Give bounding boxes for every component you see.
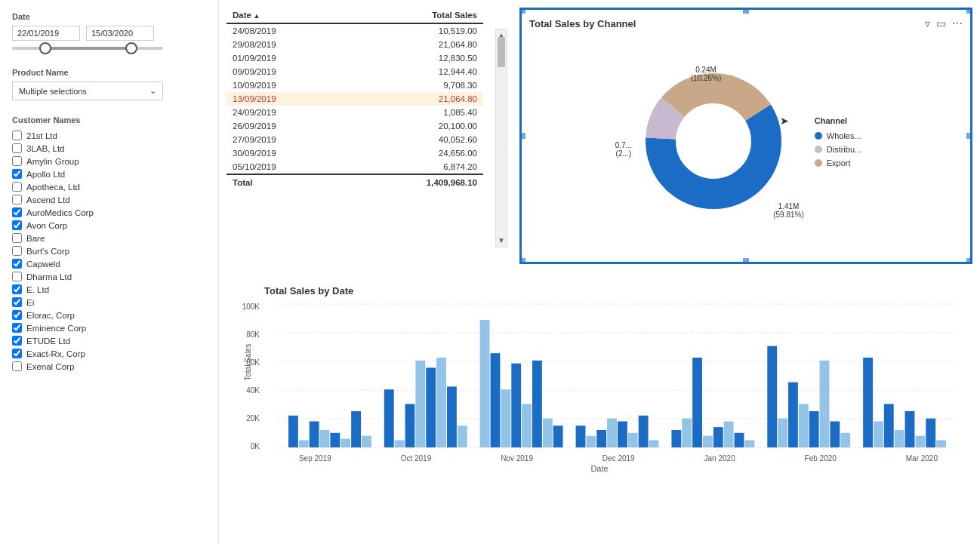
bar[interactable] [596, 430, 606, 447]
bar[interactable] [820, 361, 830, 447]
resize-handle-top-right[interactable] [966, 8, 972, 14]
customer-item[interactable]: Burt's Corp [12, 244, 203, 257]
customer-checkbox[interactable] [12, 297, 22, 307]
bar[interactable] [713, 427, 723, 447]
table-col-sales[interactable]: Total Sales [347, 8, 483, 23]
bar[interactable] [299, 440, 309, 447]
customer-item[interactable]: ETUDE Ltd [12, 334, 203, 347]
product-dropdown[interactable]: Multiple selections ⌄ [12, 81, 163, 100]
date-slider-track[interactable] [12, 47, 163, 50]
bar[interactable] [863, 358, 873, 447]
bar[interactable] [778, 419, 787, 447]
customer-item[interactable]: Elorac, Corp [12, 309, 203, 321]
customer-item[interactable]: Bare [12, 232, 203, 244]
bar[interactable] [895, 430, 904, 447]
customer-item[interactable]: Ei [12, 296, 203, 309]
table-row[interactable]: 24/08/201910,519.00 [227, 23, 483, 38]
bar[interactable] [543, 419, 553, 447]
bar[interactable] [767, 346, 777, 447]
customer-checkbox[interactable] [12, 259, 22, 269]
table-scrollbar[interactable]: ▲ ▼ [495, 29, 507, 247]
bar[interactable] [799, 404, 809, 447]
customer-item[interactable]: Amylin Group [12, 155, 203, 168]
customer-item[interactable]: Exact-Rx, Corp [12, 347, 203, 360]
bar[interactable] [809, 411, 819, 447]
bar[interactable] [491, 353, 501, 447]
slider-thumb-right[interactable] [125, 42, 137, 54]
table-col-date[interactable]: Date [227, 8, 347, 23]
bar[interactable] [639, 416, 649, 447]
table-row[interactable]: 29/08/201921,064.80 [227, 38, 483, 51]
table-row[interactable]: 01/09/201912,830.50 [227, 51, 483, 65]
bar[interactable] [744, 440, 754, 447]
bar[interactable] [341, 438, 350, 447]
bar[interactable] [618, 421, 627, 447]
table-row[interactable]: 30/09/201924,656.00 [227, 146, 483, 160]
resize-handle-mid-top[interactable] [743, 8, 749, 14]
scroll-thumb[interactable] [498, 37, 505, 67]
resize-handle-mid-left[interactable] [519, 133, 525, 139]
bar[interactable] [724, 421, 734, 447]
date-start-input[interactable] [12, 26, 80, 41]
bar[interactable] [936, 440, 946, 447]
bar[interactable] [874, 421, 883, 447]
bar[interactable] [915, 436, 925, 447]
table-row[interactable]: 26/09/201920,100.00 [227, 119, 483, 133]
customer-checkbox[interactable] [12, 323, 22, 333]
bar[interactable] [426, 367, 436, 447]
bar[interactable] [415, 361, 425, 447]
bar[interactable] [735, 433, 744, 447]
bar[interactable] [447, 386, 457, 447]
bar[interactable] [310, 421, 319, 447]
bar[interactable] [884, 404, 894, 447]
bar[interactable] [362, 436, 371, 447]
bar[interactable] [840, 433, 850, 447]
customer-checkbox[interactable] [12, 246, 22, 256]
resize-handle-top-left[interactable] [519, 8, 525, 14]
customer-item[interactable]: Avon Corp [12, 219, 203, 232]
customer-item[interactable]: Apollo Ltd [12, 168, 203, 180]
customer-checkbox[interactable] [12, 169, 22, 179]
bar[interactable] [395, 440, 405, 447]
bar[interactable] [649, 440, 659, 447]
table-row[interactable]: 05/10/20196,874.20 [227, 160, 483, 174]
customer-item[interactable]: Apotheca, Ltd [12, 180, 203, 193]
bar[interactable] [351, 411, 361, 447]
bar[interactable] [511, 364, 521, 447]
customer-checkbox[interactable] [12, 143, 22, 153]
bar[interactable] [905, 411, 915, 447]
customer-item[interactable]: Ascend Ltd [12, 193, 203, 206]
bar[interactable] [586, 436, 596, 447]
bar[interactable] [788, 383, 798, 447]
bar[interactable] [607, 419, 617, 447]
bar[interactable] [682, 419, 692, 447]
table-row[interactable]: 24/09/20191,085.40 [227, 106, 483, 119]
resize-handle-bottom-right[interactable] [966, 258, 972, 264]
bar[interactable] [522, 404, 532, 447]
scroll-arrow-down[interactable]: ▼ [496, 235, 507, 247]
customer-checkbox[interactable] [12, 284, 22, 294]
customer-checkbox[interactable] [12, 336, 22, 346]
customer-checkbox[interactable] [12, 182, 22, 192]
filter-icon[interactable]: ▿ [925, 17, 930, 29]
bar[interactable] [405, 404, 415, 447]
bar[interactable] [330, 433, 340, 447]
customer-checkbox[interactable] [12, 207, 22, 217]
customer-item[interactable]: Dharma Ltd [12, 270, 203, 283]
resize-handle-bottom-left[interactable] [519, 258, 525, 264]
customer-item[interactable]: 3LAB, Ltd [12, 142, 203, 155]
table-row[interactable]: 10/09/20199,708.30 [227, 78, 483, 92]
customer-checkbox[interactable] [12, 156, 22, 166]
customer-checkbox[interactable] [12, 131, 22, 140]
bar[interactable] [692, 358, 702, 447]
bar[interactable] [320, 430, 330, 447]
customer-item[interactable]: AuroMedics Corp [12, 206, 203, 219]
bar[interactable] [480, 320, 490, 447]
bar[interactable] [458, 426, 467, 447]
customer-item[interactable]: Exenal Corp [12, 360, 203, 373]
bar[interactable] [671, 430, 681, 447]
table-row[interactable]: 09/09/201912,944.40 [227, 65, 483, 78]
bar[interactable] [384, 389, 394, 447]
customer-checkbox[interactable] [12, 233, 22, 243]
resize-handle-mid-bottom[interactable] [743, 258, 749, 264]
